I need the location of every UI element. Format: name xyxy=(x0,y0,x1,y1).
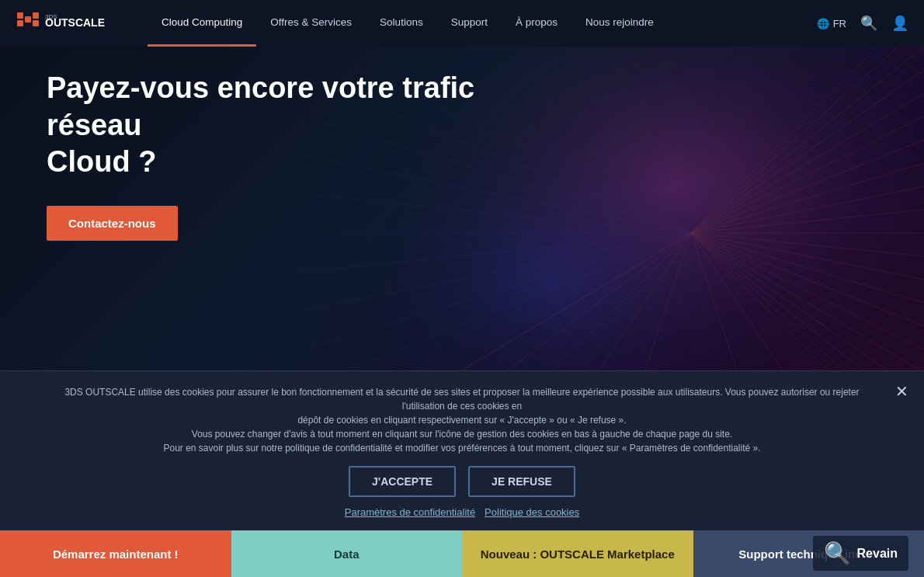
main-nav: OUTSCALE 3DS Cloud Computing Offres & Se… xyxy=(0,0,924,47)
nav-offres-services[interactable]: Offres & Services xyxy=(256,0,366,47)
user-icon[interactable]: 👤 xyxy=(891,15,908,32)
svg-rect-46 xyxy=(33,12,39,19)
tab-data[interactable]: Data xyxy=(231,530,463,577)
svg-line-13 xyxy=(691,233,924,256)
cookie-buttons: J'ACCEPTE JE REFUSE xyxy=(47,466,877,497)
hero-content: Payez-vous encore votre trafic réseau Cl… xyxy=(47,70,575,241)
nav-cloud-computing[interactable]: Cloud Computing xyxy=(148,0,256,47)
tab-demarrez[interactable]: Démarrez maintenant ! xyxy=(0,530,231,577)
nav-right: 🌐 FR 🔍 👤 xyxy=(817,15,908,32)
svg-line-18 xyxy=(691,233,924,373)
svg-line-3 xyxy=(691,23,924,233)
svg-line-39 xyxy=(303,233,691,349)
cookie-banner: ✕ 3DS OUTSCALE utilise des cookies pour … xyxy=(0,370,924,530)
hero-title-line1: Payez-vous encore votre trafic réseau xyxy=(47,71,474,141)
svg-rect-43 xyxy=(17,12,23,19)
contact-us-button[interactable]: Contactez-nous xyxy=(47,206,178,241)
svg-line-7 xyxy=(691,116,924,233)
svg-line-4 xyxy=(691,47,924,233)
cookie-close-button[interactable]: ✕ xyxy=(895,382,908,401)
svg-line-9 xyxy=(691,163,924,233)
site-logo[interactable]: OUTSCALE 3DS xyxy=(16,9,124,37)
cookie-line4: Pour en savoir plus sur notre politique … xyxy=(163,443,760,454)
cookie-text: 3DS OUTSCALE utilise des cookies pour as… xyxy=(47,385,877,455)
nav-solutions[interactable]: Solutions xyxy=(366,0,437,47)
svg-line-40 xyxy=(303,233,691,388)
cookie-line3: Vous pouvez changer d'avis à tout moment… xyxy=(192,429,732,440)
svg-line-6 xyxy=(691,93,924,233)
globe-icon: 🌐 xyxy=(817,18,829,30)
svg-line-38 xyxy=(303,233,691,311)
svg-line-5 xyxy=(691,70,924,233)
nav-nous-rejoindre[interactable]: Nous rejoindre xyxy=(571,0,668,47)
revain-label: Revain xyxy=(857,547,898,561)
svg-line-14 xyxy=(691,233,924,280)
svg-rect-45 xyxy=(25,16,31,23)
lang-label: FR xyxy=(833,18,846,30)
hero-title-line2: Cloud ? xyxy=(47,145,156,178)
nav-support[interactable]: Support xyxy=(437,0,502,47)
revain-icon: 🔍 xyxy=(824,541,851,566)
svg-rect-44 xyxy=(17,20,23,26)
cookie-line1: 3DS OUTSCALE utilise des cookies pour as… xyxy=(64,387,859,412)
cookie-links: Paramètres de confidentialité Politique … xyxy=(47,506,877,518)
svg-line-17 xyxy=(691,233,924,349)
hero-title: Payez-vous encore votre trafic réseau Cl… xyxy=(47,70,575,181)
search-icon[interactable]: 🔍 xyxy=(860,15,877,32)
svg-line-10 xyxy=(691,186,924,233)
cookie-refuse-button[interactable]: JE REFUSE xyxy=(468,466,575,497)
tab-marketplace[interactable]: Nouveau : OUTSCALE Marketplace xyxy=(462,530,693,577)
privacy-settings-link[interactable]: Paramètres de confidentialité xyxy=(345,506,475,518)
bottom-tabs: Démarrez maintenant ! Data Nouveau : OUT… xyxy=(0,530,924,577)
svg-line-8 xyxy=(691,140,924,233)
cookie-accept-button[interactable]: J'ACCEPTE xyxy=(349,466,456,497)
svg-rect-47 xyxy=(33,20,39,26)
cookie-line2: dépôt de cookies en cliquant respectivem… xyxy=(297,415,626,426)
language-selector[interactable]: 🌐 FR xyxy=(817,18,846,30)
svg-text:3DS: 3DS xyxy=(45,13,57,20)
svg-line-16 xyxy=(691,233,924,326)
cookie-policy-link[interactable]: Politique des cookies xyxy=(485,506,579,518)
svg-line-11 xyxy=(691,210,924,233)
nav-links: Cloud Computing Offres & Services Soluti… xyxy=(148,0,817,47)
revain-widget[interactable]: 🔍 Revain xyxy=(813,536,908,571)
nav-a-propos[interactable]: À propos xyxy=(502,0,571,47)
svg-line-15 xyxy=(691,233,924,303)
